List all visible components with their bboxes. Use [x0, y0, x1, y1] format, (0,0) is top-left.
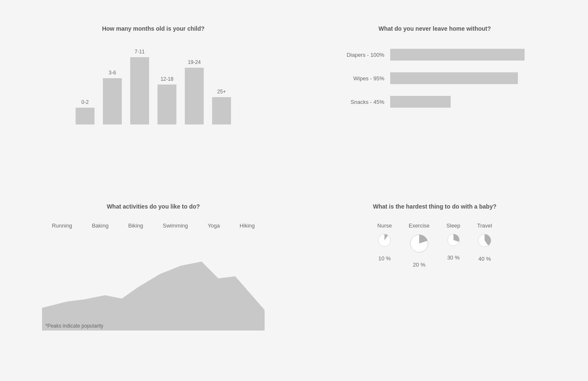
bar-label: 19-24 — [188, 59, 201, 65]
bar-item: 19-24 — [185, 59, 204, 124]
bar-fill — [103, 78, 122, 124]
pie-item: Exercise20 % — [409, 222, 430, 268]
bar-chart-months: 0-23-67-1112-1819-2425+ — [76, 49, 231, 124]
bar-fill — [185, 68, 204, 124]
pie-row: Nurse10 %Exercise20 %Sleep30 %Travel40 % — [377, 222, 492, 268]
bar-item: 25+ — [212, 89, 231, 124]
pie-name: Exercise — [409, 222, 430, 229]
bar-label: 7-11 — [134, 49, 144, 55]
hbar-row: Wipes - 95% — [334, 72, 536, 84]
bar-label: 3-6 — [109, 70, 116, 76]
panel-activities: What activities do you like to do? Runni… — [17, 195, 290, 364]
panel2-title: What do you never leave home without? — [378, 25, 491, 32]
panel4-title: What is the hardest thing to do with a b… — [373, 203, 496, 210]
pie-pct: 20 % — [413, 262, 425, 268]
panel-leave-home: What do you never leave home without? Di… — [298, 17, 571, 186]
bar-fill — [76, 108, 94, 124]
hbar-chart: Diapers - 100%Wipes - 95%Snacks - 45% — [334, 49, 536, 108]
pie-name: Sleep — [446, 222, 460, 229]
pie-item: Nurse10 % — [377, 222, 392, 262]
hbar-fill — [390, 49, 525, 61]
bar-label: 25+ — [217, 89, 226, 95]
bar-label: 12-18 — [160, 76, 173, 82]
bar-item: 7-11 — [130, 49, 149, 124]
activity-label: Baking — [92, 222, 109, 229]
pie-svg — [377, 233, 392, 248]
activity-label: Swimming — [163, 222, 188, 229]
panel3-title: What activities do you like to do? — [107, 203, 200, 210]
pie-pct: 40 % — [478, 256, 491, 262]
bar-fill — [130, 57, 149, 124]
area-fill — [42, 262, 265, 320]
pie-svg — [477, 233, 492, 248]
pie-item: Travel40 % — [477, 222, 492, 262]
hbar-track — [390, 49, 536, 61]
activity-label: Biking — [128, 222, 143, 229]
panel-months: How many months old is your child? 0-23-… — [17, 17, 290, 186]
panel-hardest: What is the hardest thing to do with a b… — [298, 195, 571, 364]
hbar-track — [390, 72, 536, 84]
pie-item: Sleep30 % — [446, 222, 460, 261]
activity-label: Yoga — [207, 222, 220, 229]
pie-pct: 30 % — [447, 254, 460, 261]
activity-label: Running — [52, 222, 72, 229]
pie-svg — [409, 233, 430, 254]
hbar-label: Snacks - 45% — [334, 99, 384, 105]
hbar-fill — [390, 96, 451, 108]
hbar-label: Wipes - 95% — [334, 75, 384, 82]
bar-fill — [158, 85, 176, 124]
area-svg — [42, 236, 265, 320]
peaks-note: *Peaks indicate popularity — [45, 323, 103, 329]
hbar-row: Diapers - 100% — [334, 49, 536, 61]
bar-label: 0-2 — [81, 99, 89, 105]
hbar-track — [390, 96, 536, 108]
bar-item: 3-6 — [103, 70, 122, 124]
hbar-row: Snacks - 45% — [334, 96, 536, 108]
bar-fill — [212, 97, 231, 124]
activity-label: Hiking — [239, 222, 255, 229]
pie-name: Nurse — [377, 222, 392, 229]
activity-labels: RunningBakingBikingSwimmingYogaHiking — [42, 222, 265, 229]
pie-svg — [446, 233, 460, 247]
pie-name: Travel — [477, 222, 492, 229]
hbar-fill — [390, 72, 518, 84]
panel1-title: How many months old is your child? — [102, 25, 205, 32]
bar-item: 12-18 — [158, 76, 176, 124]
hbar-label: Diapers - 100% — [334, 52, 384, 58]
area-chart — [42, 236, 265, 320]
activities-chart: RunningBakingBikingSwimmingYogaHiking *P… — [29, 222, 277, 331]
bar-item: 0-2 — [76, 99, 94, 124]
pie-pct: 10 % — [378, 255, 391, 262]
